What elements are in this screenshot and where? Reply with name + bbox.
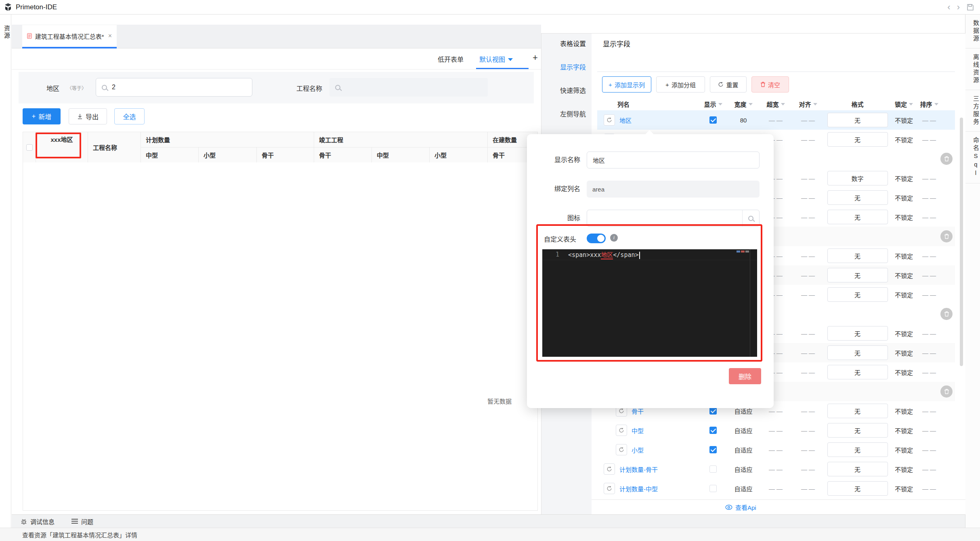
lock-cell[interactable]: 不锁定 (891, 252, 917, 260)
tab-low-code-form[interactable]: 低开表单 (438, 54, 464, 64)
list-header-2[interactable]: 显示 (699, 100, 727, 108)
lock-cell[interactable]: 不锁定 (891, 194, 917, 202)
settings-nav-item-3[interactable]: 左侧导航 (541, 109, 592, 118)
format-select[interactable]: 无 (827, 287, 888, 302)
format-select[interactable]: 无 (827, 248, 888, 263)
format-select[interactable]: 无 (827, 190, 888, 205)
display-checkbox[interactable] (709, 485, 717, 492)
delete-group-button[interactable] (940, 385, 953, 398)
header-checkbox[interactable] (26, 144, 33, 151)
format-select[interactable]: 无 (827, 423, 888, 438)
refresh-button[interactable] (616, 444, 627, 455)
display-name-input[interactable]: 地区 (587, 152, 760, 168)
clear-label: 清空 (768, 80, 780, 89)
format-select[interactable]: 无 (827, 268, 888, 282)
back-icon[interactable]: ‹ (947, 0, 950, 15)
lock-cell[interactable]: 不锁定 (891, 213, 917, 221)
format-select[interactable]: 无 (827, 365, 888, 379)
tab-summary-table[interactable]: 建筑工程基本情况汇总表* × (22, 25, 117, 48)
refresh-button[interactable] (604, 463, 615, 475)
column-name-link[interactable]: 计划数量-中型 (619, 484, 658, 493)
list-header-4[interactable]: 超宽 (760, 100, 792, 108)
lock-cell[interactable]: 不锁定 (891, 446, 917, 454)
format-select[interactable]: 无 (827, 442, 888, 457)
format-select[interactable]: 无 (827, 345, 888, 360)
area-filter-operator[interactable]: 〈等于〉 (67, 84, 86, 91)
format-select[interactable]: 无 (827, 326, 888, 341)
tab-title: 建筑工程基本情况汇总表* (35, 32, 104, 40)
right-strip-tab-1[interactable]: 数据源 (965, 15, 980, 48)
area-search-input[interactable]: 2 (96, 78, 252, 97)
delete-group-button[interactable] (940, 308, 953, 320)
editor-minimap (737, 251, 749, 253)
format-select[interactable]: 无 (827, 113, 888, 127)
display-checkbox[interactable] (709, 465, 717, 473)
scrollbar[interactable] (960, 118, 963, 366)
settings-nav-item-2[interactable]: 快速筛选 (541, 85, 592, 95)
add-group-button[interactable]: + 添加分组 (656, 76, 705, 93)
icon-search-button[interactable] (742, 210, 759, 226)
format-select[interactable]: 无 (827, 210, 888, 224)
select-all-button[interactable]: 全选 (114, 108, 145, 124)
lock-cell[interactable]: 不锁定 (891, 135, 917, 144)
reset-button[interactable]: 重置 (710, 76, 747, 93)
lock-cell[interactable]: 不锁定 (891, 329, 917, 338)
display-checkbox[interactable] (709, 446, 717, 453)
column-name-link[interactable]: 地区 (619, 116, 632, 124)
lock-cell[interactable]: 不锁定 (891, 116, 917, 124)
settings-nav-item-1[interactable]: 显示字段 (541, 62, 592, 72)
group-header-1: 计划数量 (141, 132, 314, 147)
code-line: 1 <span>xxx地区</span> (542, 249, 757, 260)
delete-group-button[interactable] (940, 153, 953, 165)
add-view-button[interactable]: + (533, 53, 538, 63)
lock-cell[interactable]: 不锁定 (891, 465, 917, 474)
list-header-7[interactable]: 锁定 (891, 100, 917, 108)
format-select[interactable]: 无 (827, 462, 888, 476)
lock-cell[interactable]: 不锁定 (891, 271, 917, 280)
format-select[interactable]: 无 (827, 481, 888, 496)
lock-cell[interactable]: 不锁定 (891, 349, 917, 357)
close-icon[interactable]: × (108, 32, 112, 40)
delete-button[interactable]: 删除 (729, 368, 761, 384)
list-header-5[interactable]: 对齐 (792, 100, 824, 108)
lock-cell[interactable]: 不锁定 (891, 407, 917, 415)
lock-cell[interactable]: 不锁定 (891, 368, 917, 377)
save-icon[interactable] (966, 3, 974, 11)
tab-default-view[interactable]: 默认视图 (479, 54, 513, 64)
lock-cell[interactable]: 不锁定 (891, 174, 917, 183)
add-display-column-button[interactable]: + 添加显示列 (602, 76, 651, 93)
right-strip-tab-2[interactable]: 离线资源 (965, 48, 980, 90)
resource-tab[interactable]: 资源 (0, 25, 11, 40)
lock-cell[interactable]: 不锁定 (891, 484, 917, 493)
format-select[interactable]: 无 (827, 132, 888, 147)
custom-header-toggle[interactable] (587, 234, 606, 243)
right-strip-tab-3[interactable]: 三方服务 (965, 90, 980, 132)
icon-input[interactable] (587, 210, 760, 227)
export-button[interactable]: 导出 (69, 108, 107, 124)
display-checkbox[interactable] (709, 116, 717, 124)
display-checkbox[interactable] (709, 427, 717, 434)
forward-icon[interactable]: › (957, 0, 960, 15)
lock-cell[interactable]: 不锁定 (891, 426, 917, 435)
view-api-link[interactable]: 查看Api (725, 503, 756, 512)
format-select[interactable]: 数字 (827, 171, 888, 185)
refresh-button[interactable] (604, 483, 615, 494)
custom-header-code-editor[interactable]: 1 <span>xxx地区</span> (542, 249, 757, 357)
project-search-input[interactable] (329, 78, 488, 97)
list-header-3[interactable]: 宽度 (727, 100, 760, 108)
delete-group-button[interactable] (940, 230, 953, 242)
debug-info-tab[interactable]: 调试信息 (21, 517, 55, 526)
format-select[interactable]: 无 (827, 404, 888, 418)
refresh-button[interactable] (616, 425, 627, 436)
refresh-button[interactable] (604, 114, 615, 126)
add-record-button[interactable]: + 新增 (23, 108, 61, 124)
column-name-link[interactable]: 计划数量-骨干 (619, 465, 658, 474)
list-header-8[interactable]: 排序 (917, 100, 941, 108)
right-strip-tab-4[interactable]: 命名Sql (965, 132, 980, 183)
lock-cell[interactable]: 不锁定 (891, 290, 917, 299)
column-name-link[interactable]: 小型 (632, 446, 644, 454)
problems-tab[interactable]: 问题 (71, 517, 93, 526)
column-name-link[interactable]: 中型 (632, 426, 644, 435)
display-checkbox[interactable] (709, 407, 717, 415)
clear-button[interactable]: 清空 (751, 76, 789, 93)
